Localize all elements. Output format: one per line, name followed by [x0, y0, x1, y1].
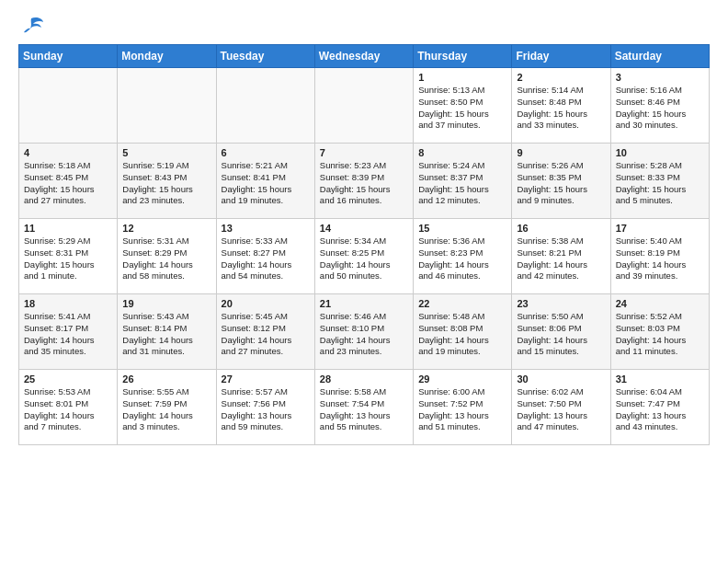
calendar-cell: 3Sunrise: 5:16 AM Sunset: 8:46 PM Daylig… — [610, 68, 709, 144]
calendar-week-4: 18Sunrise: 5:41 AM Sunset: 8:17 PM Dayli… — [19, 294, 710, 370]
day-details: Sunrise: 6:00 AM Sunset: 7:52 PM Dayligh… — [418, 386, 506, 433]
page-header — [18, 15, 710, 37]
day-number: 2 — [517, 72, 605, 83]
day-details: Sunrise: 5:33 AM Sunset: 8:27 PM Dayligh… — [222, 236, 310, 282]
header-row: SundayMondayTuesdayWednesdayThursdayFrid… — [19, 45, 710, 68]
calendar-cell: 12Sunrise: 5:31 AM Sunset: 8:29 PM Dayli… — [118, 219, 216, 294]
calendar-week-1: 1Sunrise: 5:13 AM Sunset: 8:50 PM Daylig… — [19, 68, 710, 144]
day-number: 4 — [24, 147, 112, 158]
day-number: 23 — [517, 298, 605, 309]
header-day-thursday: Thursday — [414, 45, 512, 68]
calendar-table: SundayMondayTuesdayWednesdayThursdayFrid… — [18, 44, 710, 445]
calendar-cell: 26Sunrise: 5:55 AM Sunset: 7:59 PM Dayli… — [118, 370, 216, 445]
day-number: 10 — [616, 147, 704, 158]
calendar-cell: 14Sunrise: 5:34 AM Sunset: 8:25 PM Dayli… — [314, 219, 413, 294]
day-number: 7 — [320, 147, 408, 158]
day-number: 9 — [517, 147, 605, 158]
calendar-body: 1Sunrise: 5:13 AM Sunset: 8:50 PM Daylig… — [19, 68, 710, 445]
header-day-tuesday: Tuesday — [216, 45, 314, 68]
calendar-week-5: 25Sunrise: 5:53 AM Sunset: 8:01 PM Dayli… — [19, 370, 710, 445]
calendar-cell: 8Sunrise: 5:24 AM Sunset: 8:37 PM Daylig… — [414, 144, 512, 219]
day-number: 11 — [24, 223, 112, 234]
calendar-cell: 22Sunrise: 5:48 AM Sunset: 8:08 PM Dayli… — [414, 294, 512, 370]
day-number: 18 — [24, 298, 112, 309]
day-number: 14 — [320, 223, 408, 234]
calendar-cell: 23Sunrise: 5:50 AM Sunset: 8:06 PM Dayli… — [512, 294, 610, 370]
calendar-cell: 28Sunrise: 5:58 AM Sunset: 7:54 PM Dayli… — [314, 370, 413, 445]
calendar-cell: 29Sunrise: 6:00 AM Sunset: 7:52 PM Dayli… — [414, 370, 512, 445]
header-day-sunday: Sunday — [19, 45, 118, 68]
day-number: 13 — [222, 223, 310, 234]
day-details: Sunrise: 5:31 AM Sunset: 8:29 PM Dayligh… — [122, 236, 210, 282]
calendar-cell: 16Sunrise: 5:38 AM Sunset: 8:21 PM Dayli… — [512, 219, 610, 294]
day-details: Sunrise: 5:57 AM Sunset: 7:56 PM Dayligh… — [222, 386, 310, 433]
calendar-cell: 13Sunrise: 5:33 AM Sunset: 8:27 PM Dayli… — [216, 219, 314, 294]
calendar-cell: 11Sunrise: 5:29 AM Sunset: 8:31 PM Dayli… — [19, 219, 118, 294]
calendar-cell: 6Sunrise: 5:21 AM Sunset: 8:41 PM Daylig… — [216, 144, 314, 219]
day-details: Sunrise: 5:26 AM Sunset: 8:35 PM Dayligh… — [517, 160, 605, 207]
header-day-monday: Monday — [118, 45, 216, 68]
day-details: Sunrise: 5:46 AM Sunset: 8:10 PM Dayligh… — [320, 311, 408, 358]
day-details: Sunrise: 5:13 AM Sunset: 8:50 PM Dayligh… — [418, 85, 506, 132]
day-number: 17 — [616, 223, 704, 234]
calendar-cell: 27Sunrise: 5:57 AM Sunset: 7:56 PM Dayli… — [216, 370, 314, 445]
day-details: Sunrise: 5:28 AM Sunset: 8:33 PM Dayligh… — [616, 160, 704, 207]
day-number: 27 — [222, 373, 310, 385]
calendar-cell — [216, 68, 314, 144]
day-details: Sunrise: 6:04 AM Sunset: 7:47 PM Dayligh… — [616, 386, 704, 433]
day-number: 22 — [418, 298, 506, 309]
calendar-cell: 18Sunrise: 5:41 AM Sunset: 8:17 PM Dayli… — [19, 294, 118, 370]
day-number: 1 — [418, 72, 506, 83]
day-details: Sunrise: 6:02 AM Sunset: 7:50 PM Dayligh… — [517, 386, 605, 433]
day-number: 30 — [517, 373, 605, 385]
day-details: Sunrise: 5:21 AM Sunset: 8:41 PM Dayligh… — [222, 160, 310, 207]
header-day-friday: Friday — [512, 45, 610, 68]
day-details: Sunrise: 5:18 AM Sunset: 8:45 PM Dayligh… — [24, 160, 112, 207]
calendar-cell: 21Sunrise: 5:46 AM Sunset: 8:10 PM Dayli… — [314, 294, 413, 370]
calendar-cell: 30Sunrise: 6:02 AM Sunset: 7:50 PM Dayli… — [512, 370, 610, 445]
day-details: Sunrise: 5:52 AM Sunset: 8:03 PM Dayligh… — [616, 311, 704, 358]
day-number: 16 — [517, 223, 605, 234]
calendar-cell: 19Sunrise: 5:43 AM Sunset: 8:14 PM Dayli… — [118, 294, 216, 370]
day-details: Sunrise: 5:48 AM Sunset: 8:08 PM Dayligh… — [418, 311, 506, 358]
header-day-wednesday: Wednesday — [314, 45, 413, 68]
day-details: Sunrise: 5:40 AM Sunset: 8:19 PM Dayligh… — [616, 236, 704, 282]
calendar-cell: 15Sunrise: 5:36 AM Sunset: 8:23 PM Dayli… — [414, 219, 512, 294]
day-number: 25 — [24, 373, 112, 385]
calendar-cell — [314, 68, 413, 144]
day-details: Sunrise: 5:55 AM Sunset: 7:59 PM Dayligh… — [122, 386, 210, 433]
calendar-cell: 25Sunrise: 5:53 AM Sunset: 8:01 PM Dayli… — [19, 370, 118, 445]
calendar-cell: 24Sunrise: 5:52 AM Sunset: 8:03 PM Dayli… — [610, 294, 709, 370]
calendar-cell: 31Sunrise: 6:04 AM Sunset: 7:47 PM Dayli… — [610, 370, 709, 445]
day-number: 31 — [616, 373, 704, 385]
day-details: Sunrise: 5:19 AM Sunset: 8:43 PM Dayligh… — [122, 160, 210, 207]
day-details: Sunrise: 5:16 AM Sunset: 8:46 PM Dayligh… — [616, 85, 704, 132]
calendar-cell: 2Sunrise: 5:14 AM Sunset: 8:48 PM Daylig… — [512, 68, 610, 144]
calendar-cell: 1Sunrise: 5:13 AM Sunset: 8:50 PM Daylig… — [414, 68, 512, 144]
calendar-cell: 7Sunrise: 5:23 AM Sunset: 8:39 PM Daylig… — [314, 144, 413, 219]
day-details: Sunrise: 5:24 AM Sunset: 8:37 PM Dayligh… — [418, 160, 506, 207]
day-details: Sunrise: 5:43 AM Sunset: 8:14 PM Dayligh… — [122, 311, 210, 358]
calendar-cell: 4Sunrise: 5:18 AM Sunset: 8:45 PM Daylig… — [19, 144, 118, 219]
calendar-cell: 5Sunrise: 5:19 AM Sunset: 8:43 PM Daylig… — [118, 144, 216, 219]
day-number: 29 — [418, 373, 506, 385]
calendar-cell: 17Sunrise: 5:40 AM Sunset: 8:19 PM Dayli… — [610, 219, 709, 294]
day-number: 6 — [222, 147, 310, 158]
logo — [18, 15, 48, 37]
day-details: Sunrise: 5:29 AM Sunset: 8:31 PM Dayligh… — [24, 236, 112, 282]
day-number: 3 — [616, 72, 704, 83]
calendar-week-3: 11Sunrise: 5:29 AM Sunset: 8:31 PM Dayli… — [19, 219, 710, 294]
calendar-cell — [118, 68, 216, 144]
day-details: Sunrise: 5:41 AM Sunset: 8:17 PM Dayligh… — [24, 311, 112, 358]
day-number: 28 — [320, 373, 408, 385]
day-details: Sunrise: 5:58 AM Sunset: 7:54 PM Dayligh… — [320, 386, 408, 433]
day-details: Sunrise: 5:34 AM Sunset: 8:25 PM Dayligh… — [320, 236, 408, 282]
day-details: Sunrise: 5:45 AM Sunset: 8:12 PM Dayligh… — [222, 311, 310, 358]
day-number: 12 — [122, 223, 210, 234]
day-number: 15 — [418, 223, 506, 234]
day-details: Sunrise: 5:53 AM Sunset: 8:01 PM Dayligh… — [24, 386, 112, 433]
day-number: 8 — [418, 147, 506, 158]
calendar-week-2: 4Sunrise: 5:18 AM Sunset: 8:45 PM Daylig… — [19, 144, 710, 219]
calendar-cell: 9Sunrise: 5:26 AM Sunset: 8:35 PM Daylig… — [512, 144, 610, 219]
calendar-cell — [19, 68, 118, 144]
